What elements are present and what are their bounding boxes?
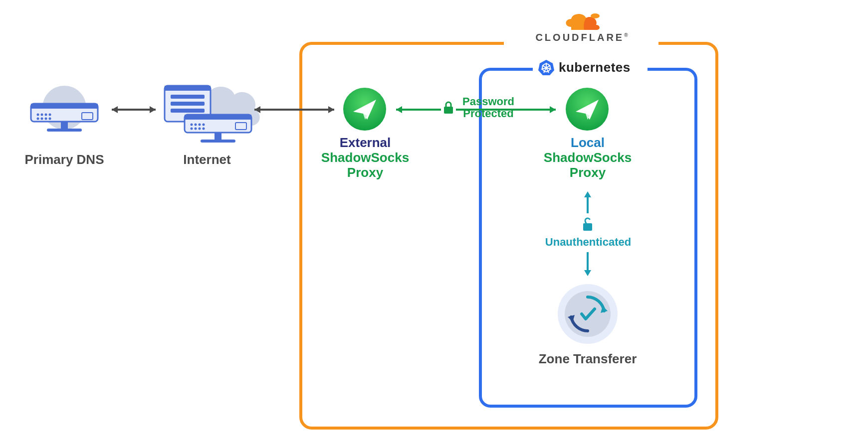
svg-point-37 xyxy=(191,128,193,130)
svg-rect-32 xyxy=(185,115,251,120)
svg-marker-52 xyxy=(150,106,156,113)
arrow-local-zone-top xyxy=(582,187,594,215)
server-icon xyxy=(22,84,107,144)
cloudflare-label: CLOUDFLARE® xyxy=(535,32,630,43)
local-proxy-node xyxy=(566,88,609,131)
internet-servers-icon xyxy=(150,75,264,154)
local-proxy-label: Local ShadowSocks Proxy xyxy=(538,136,638,180)
internet-node xyxy=(150,75,264,154)
svg-marker-51 xyxy=(112,106,118,113)
svg-point-40 xyxy=(203,128,205,130)
arrow-dns-internet xyxy=(106,104,162,116)
kubernetes-logo: kubernetes xyxy=(538,57,648,77)
sync-check-icon xyxy=(556,282,620,346)
svg-rect-42 xyxy=(215,133,221,140)
svg-rect-27 xyxy=(165,86,211,91)
svg-marker-64 xyxy=(584,270,591,276)
cloudflare-cloud-icon xyxy=(561,10,604,32)
external-proxy-node xyxy=(343,88,386,131)
password-protected-label: Password Protected xyxy=(456,96,521,120)
svg-rect-14 xyxy=(31,104,98,109)
cloudflare-logo: CLOUDFLARE® xyxy=(513,10,652,45)
primary-dns-node xyxy=(22,84,107,153)
svg-point-18 xyxy=(49,114,51,116)
zone-transferer-node xyxy=(556,282,620,346)
primary-dns-label: Primary DNS xyxy=(22,152,107,167)
external-proxy-label: External ShadowSocks Proxy xyxy=(315,136,415,180)
arrow-internet-external xyxy=(248,104,340,116)
svg-marker-61 xyxy=(584,191,591,197)
svg-point-16 xyxy=(41,114,43,116)
svg-marker-55 xyxy=(328,106,334,113)
svg-marker-58 xyxy=(550,106,556,113)
svg-point-35 xyxy=(199,124,201,126)
arrow-local-zone-bottom xyxy=(582,250,594,280)
svg-point-15 xyxy=(37,114,39,116)
svg-point-1 xyxy=(591,13,600,18)
lock-icon xyxy=(441,99,456,117)
svg-point-22 xyxy=(49,118,51,120)
svg-rect-62 xyxy=(583,223,592,231)
svg-rect-59 xyxy=(444,107,453,114)
svg-rect-28 xyxy=(171,95,205,99)
svg-point-17 xyxy=(45,114,47,116)
svg-point-20 xyxy=(41,118,43,120)
svg-point-21 xyxy=(45,118,47,120)
svg-point-19 xyxy=(37,118,39,120)
unlock-icon xyxy=(580,215,596,233)
svg-rect-43 xyxy=(201,140,235,143)
svg-point-39 xyxy=(199,128,201,130)
svg-point-33 xyxy=(191,124,193,126)
kubernetes-label: kubernetes xyxy=(559,60,631,75)
svg-rect-29 xyxy=(171,102,205,106)
svg-rect-30 xyxy=(171,109,205,113)
svg-point-36 xyxy=(203,124,205,126)
paper-plane-icon xyxy=(566,88,609,131)
svg-point-38 xyxy=(195,128,197,130)
svg-rect-24 xyxy=(61,122,68,129)
internet-label: Internet xyxy=(150,152,264,167)
svg-marker-57 xyxy=(396,106,402,113)
paper-plane-icon xyxy=(343,88,386,131)
svg-point-34 xyxy=(195,124,197,126)
svg-marker-54 xyxy=(254,106,260,113)
svg-rect-25 xyxy=(47,129,82,132)
kubernetes-wheel-icon xyxy=(538,59,555,76)
zone-transferer-label: Zone Transferer xyxy=(529,352,647,367)
unauthenticated-label: Unauthenticated xyxy=(542,236,635,248)
